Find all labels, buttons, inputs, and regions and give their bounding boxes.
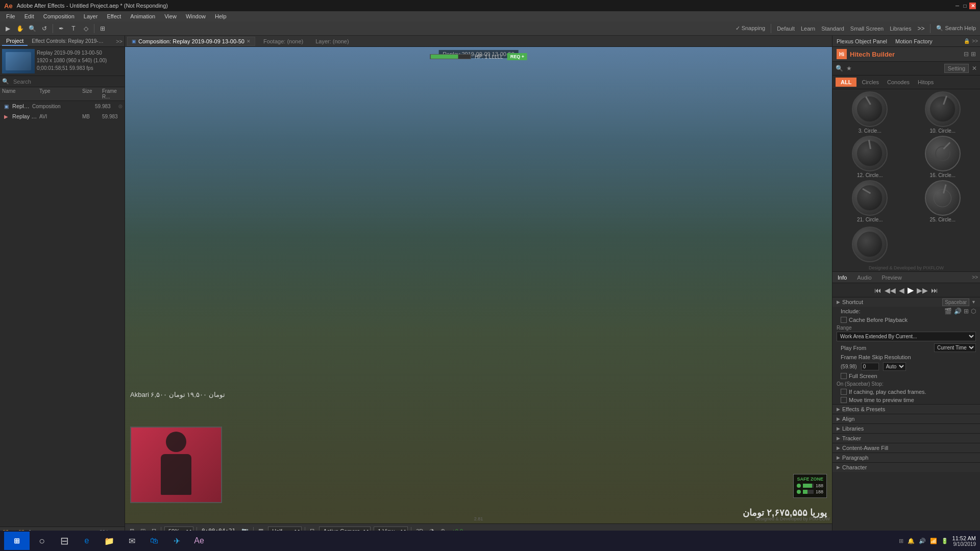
taskbar-mail[interactable]: ✉ — [121, 532, 142, 550]
mf-close-icon[interactable]: ✕ — [972, 65, 977, 72]
paragraph-header[interactable]: ▶ Paragraph — [832, 453, 980, 462]
project-search-bar[interactable]: 🔍 — [0, 76, 125, 87]
mf-all-button[interactable]: ALL — [836, 78, 856, 87]
project-item-comp[interactable]: ▣ Replay _00-50 Composition 59.983 ◎ — [0, 101, 125, 111]
taskbar-notification-icon[interactable]: 🔔 — [908, 538, 915, 544]
effects-presets-header[interactable]: ▶ Effects & Presets — [832, 404, 980, 414]
mf-settings-button[interactable]: Setting — [944, 64, 969, 73]
shortcut-section-header[interactable]: ▶ Shortcut Spacebar ▼ — [832, 297, 980, 307]
include-overflow-icon[interactable]: ⊞ — [964, 308, 969, 315]
cache-checkbox[interactable] — [841, 317, 847, 323]
tool-select[interactable]: ▶ — [2, 23, 13, 34]
tab-footage[interactable]: Footage: (none) — [259, 37, 307, 45]
workspace-standard[interactable]: Standard — [819, 26, 846, 32]
workspace-more[interactable]: >> — [915, 23, 926, 34]
transport-prev-frame[interactable]: ◀ — [899, 286, 904, 294]
menu-effect[interactable]: Effect — [103, 12, 125, 20]
mf-item-6[interactable]: 25. Circle... — [908, 180, 978, 222]
search-input[interactable] — [11, 78, 122, 86]
tool-align[interactable]: ⊞ — [97, 23, 108, 34]
transport-play[interactable]: ▶ — [908, 285, 914, 295]
tab-preview[interactable]: Preview — [879, 273, 905, 282]
mf-item-7[interactable] — [835, 227, 905, 262]
workspace-small-screen[interactable]: Small Screen — [848, 26, 886, 32]
tool-text[interactable]: T — [68, 23, 79, 34]
tool-zoom[interactable]: 🔍 — [27, 23, 38, 34]
tool-pen[interactable]: ✒ — [56, 23, 67, 34]
taskbar-explorer[interactable]: 📁 — [99, 532, 119, 550]
move-time-checkbox[interactable] — [841, 397, 847, 403]
mf-item-4[interactable]: 16. Circle... — [908, 136, 978, 178]
menu-composition[interactable]: Composition — [39, 12, 79, 20]
mf-knob-7[interactable] — [852, 227, 888, 262]
minimize-button[interactable]: ─ — [954, 3, 961, 9]
mf-knob-1[interactable] — [852, 91, 888, 127]
menu-layer[interactable]: Layer — [80, 12, 102, 20]
mf-favorites-icon[interactable]: ★ — [846, 65, 852, 72]
mf-item-2[interactable]: 10. Circle... — [908, 91, 978, 134]
taskbar-telegram[interactable]: ✈ — [166, 532, 187, 550]
mf-knob-3[interactable] — [852, 136, 888, 171]
menu-animation[interactable]: Animation — [126, 12, 159, 20]
include-effects-icon[interactable]: ⬡ — [971, 308, 976, 315]
content-aware-fill-header[interactable]: ▶ Content-Aware Fill — [832, 443, 980, 453]
menu-edit[interactable]: Edit — [20, 12, 38, 20]
include-audio-icon[interactable]: 🔊 — [954, 308, 962, 315]
plexus-panel-label[interactable]: Plexus Object Panel — [835, 37, 889, 45]
search-help-label[interactable]: 🔍 Search Help — [934, 25, 978, 32]
play-from-select[interactable]: Current Time — [934, 343, 976, 352]
taskbar-battery-icon[interactable]: 🔋 — [941, 538, 948, 544]
tab-effect-controls[interactable]: Effect Controls: Replay 2019-09-09... — [28, 37, 109, 45]
menu-file[interactable]: File — [2, 12, 19, 20]
tool-hand[interactable]: ✋ — [14, 23, 26, 34]
tab-audio[interactable]: Audio — [854, 273, 874, 282]
taskbar-aftereffects[interactable]: Ae — [189, 532, 209, 550]
full-screen-checkbox[interactable] — [841, 373, 847, 379]
workspace-learn[interactable]: Learn — [799, 26, 817, 32]
mf-search-icon[interactable]: 🔍 — [836, 65, 843, 72]
mf-knob-4[interactable] — [925, 136, 961, 171]
taskbar-volume-icon[interactable]: 🔊 — [919, 538, 926, 544]
mf-knob-5[interactable] — [852, 180, 888, 216]
menu-window[interactable]: Window — [182, 12, 210, 20]
transport-last-frame[interactable]: ⏭ — [931, 286, 938, 294]
close-button[interactable]: ✕ — [969, 3, 976, 9]
tool-camera-rotation[interactable]: ↺ — [39, 23, 50, 34]
transport-prev-frame-fast[interactable]: ◀◀ — [885, 286, 896, 294]
filter-conodes[interactable]: Conodes — [884, 78, 913, 86]
workspace-default[interactable]: Default — [775, 26, 797, 32]
tab-info[interactable]: Info — [835, 273, 850, 282]
panel-lock-icon[interactable]: 🔒 — [964, 38, 970, 44]
transport-first-frame[interactable]: ⏮ — [874, 286, 881, 294]
panel-expand-icon[interactable]: >> — [116, 38, 122, 44]
viewer-area[interactable]: Replay 2019-09-09 13-00-50 HP: 1 LLLLL R… — [125, 47, 832, 523]
mf-knob-6[interactable] — [925, 180, 961, 216]
filter-circles[interactable]: Circles — [859, 78, 882, 86]
info-panel-expand[interactable]: >> — [972, 274, 978, 280]
restore-button[interactable]: □ — [962, 3, 968, 9]
tracker-header[interactable]: ▶ Tracker — [832, 433, 980, 443]
align-header[interactable]: ▶ Align — [832, 414, 980, 423]
menu-help[interactable]: Help — [211, 12, 231, 20]
filter-hitops[interactable]: Hitops — [915, 78, 937, 86]
comp-tab-close[interactable]: ✕ — [247, 39, 251, 44]
mf-item-3[interactable]: 12. Circle... — [835, 136, 905, 178]
skip-frames-input[interactable] — [861, 363, 879, 370]
shortcut-dropdown-icon[interactable]: ▼ — [971, 299, 976, 305]
mf-fullscreen-btn[interactable]: ⊞ — [971, 51, 976, 58]
tab-project[interactable]: Project — [2, 37, 28, 46]
mf-knob-2[interactable] — [925, 91, 961, 127]
project-item-video[interactable]: ▶ Replay _0.mp4 AVI MB 59.983 — [0, 111, 125, 121]
panel-expand-icon[interactable]: >> — [972, 38, 978, 44]
taskbar-edge[interactable]: e — [77, 532, 97, 550]
mf-item-1[interactable]: 3. Circle... — [835, 91, 905, 134]
tab-composition[interactable]: ▣ Composition: Replay 2019-09-09 13-00-5… — [127, 37, 255, 46]
workspace-libraries[interactable]: Libraries — [888, 26, 913, 32]
mf-expand-btn[interactable]: ⊟ — [964, 51, 969, 58]
transport-next-frame[interactable]: ▶▶ — [917, 286, 928, 294]
range-select[interactable]: Work Area Extended By Current... — [837, 332, 976, 341]
mf-item-5[interactable]: 21. Circle... — [835, 180, 905, 222]
taskbar-show-desktop[interactable]: ⊞ — [899, 538, 903, 544]
tool-shape[interactable]: ◇ — [80, 23, 91, 34]
menu-view[interactable]: View — [160, 12, 181, 20]
